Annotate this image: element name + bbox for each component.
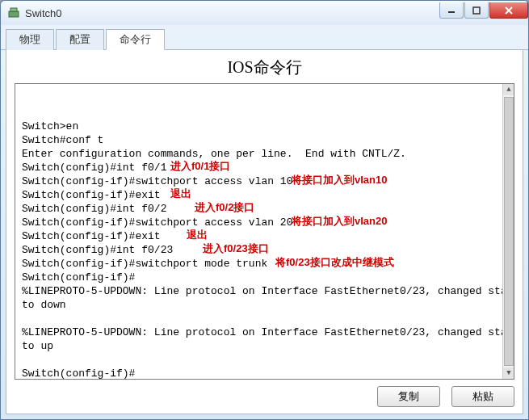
minimize-button[interactable] [439, 2, 464, 19]
annotation: 进入f0/2接口 [195, 200, 254, 214]
terminal-line: Switch(config)#int f0/1 [22, 161, 166, 174]
svg-rect-1 [10, 8, 17, 11]
pane-title: IOS命令行 [15, 57, 514, 78]
close-icon [504, 6, 514, 15]
terminal-line: Switch(config-if)#switchport access vlan… [22, 216, 292, 229]
annotation: 退出 [187, 228, 208, 242]
terminal-line: Switch(config)#int f0/2 [22, 202, 166, 216]
scrollbar[interactable]: ▲ ▼ [502, 84, 514, 379]
minimize-icon [447, 6, 456, 15]
annotation: 进入f0/1接口 [170, 159, 230, 173]
app-icon [7, 6, 20, 19]
terminal[interactable]: Switch>enSwitch#conf tEnter configuratio… [15, 83, 514, 380]
app-window: Switch0 物理 配置 命令行 IOS命令行 Switch>enSwitch… [0, 0, 529, 420]
terminal-line: Switch(config-if)#switchport mode trunk [22, 257, 267, 271]
scroll-down-button[interactable]: ▼ [503, 368, 514, 379]
close-button[interactable] [489, 2, 528, 19]
terminal-line: Switch#conf t [22, 133, 103, 147]
tab-config[interactable]: 配置 [56, 29, 104, 50]
terminal-line: Switch(config-if)# [22, 367, 135, 380]
terminal-line: to down [22, 298, 66, 312]
tab-bar: 物理 配置 命令行 [1, 25, 528, 50]
svg-rect-3 [473, 7, 480, 14]
terminal-content: Switch>enSwitch#conf tEnter configuratio… [19, 87, 502, 376]
annotation: 退出 [170, 187, 191, 200]
scroll-up-button[interactable]: ▲ [503, 84, 514, 95]
window-title: Switch0 [25, 7, 439, 19]
copy-button[interactable]: 复制 [377, 386, 440, 407]
cli-pane: IOS命令行 Switch>enSwitch#conf tEnter confi… [6, 50, 523, 414]
maximize-button[interactable] [464, 2, 489, 19]
terminal-line: Switch(config-if)#exit [22, 188, 161, 202]
terminal-line: Switch(config-if)#switchport access vlan… [22, 174, 292, 188]
titlebar[interactable]: Switch0 [1, 1, 528, 25]
terminal-line: to up [22, 339, 53, 353]
annotation: 将f0/23接口改成中继模式 [275, 255, 394, 269]
scroll-thumb[interactable] [504, 97, 514, 366]
svg-rect-0 [9, 11, 19, 17]
annotation: 进入f0/23接口 [203, 242, 269, 255]
maximize-icon [472, 6, 481, 15]
terminal-line: Switch>en [22, 120, 78, 133]
annotation: 将接口加入到vlan10 [292, 173, 387, 187]
tab-physical[interactable]: 物理 [6, 29, 54, 50]
button-row: 复制 粘贴 [15, 380, 514, 407]
terminal-line: %LINEPROTO-5-UPDOWN: Line protocol on In… [22, 326, 514, 339]
annotation: 将接口加入到vlan20 [292, 214, 387, 228]
terminal-line: Switch(config-if)#exit [22, 229, 161, 243]
window-controls [439, 2, 528, 20]
terminal-line: %LINEPROTO-5-UPDOWN: Line protocol on In… [22, 284, 514, 298]
tab-cli[interactable]: 命令行 [106, 29, 165, 50]
paste-button[interactable]: 粘贴 [451, 386, 514, 407]
terminal-line: Switch(config-if)# [22, 271, 135, 284]
terminal-line: Switch(config)#int f0/23 [22, 243, 173, 257]
